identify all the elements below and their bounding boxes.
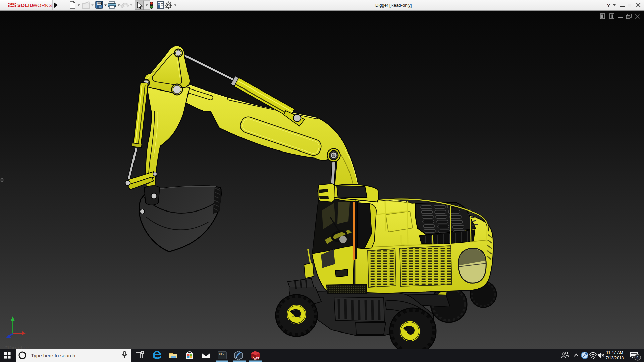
svg-text:SOLID: SOLID	[17, 2, 33, 8]
svg-text:S: S	[12, 1, 16, 9]
svg-text:?: ?	[607, 2, 610, 8]
svg-text:S: S	[252, 355, 254, 359]
svg-text:4: 4	[637, 355, 639, 359]
svg-text:2017: 2017	[254, 358, 259, 360]
svg-text:S: S	[8, 1, 12, 8]
svg-text:WORKS: WORKS	[33, 2, 52, 8]
svg-text:C:\_: C:\_	[219, 352, 225, 355]
